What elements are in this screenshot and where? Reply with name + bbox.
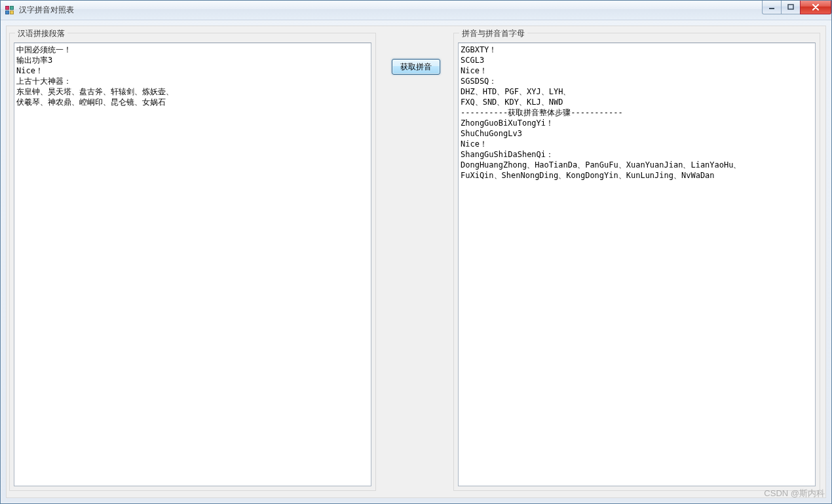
svg-rect-1 bbox=[788, 5, 793, 9]
left-group-label: 汉语拼接段落 bbox=[15, 28, 67, 39]
chinese-input-textarea[interactable] bbox=[14, 43, 371, 486]
window-title: 汉字拼音对照表 bbox=[19, 5, 74, 16]
window-controls bbox=[763, 1, 831, 14]
svg-rect-0 bbox=[769, 8, 774, 9]
app-icon bbox=[5, 5, 15, 16]
titlebar[interactable]: 汉字拼音对照表 bbox=[1, 1, 831, 20]
left-group: 汉语拼接段落 bbox=[9, 33, 376, 491]
get-pinyin-button[interactable]: 获取拼音 bbox=[392, 59, 440, 75]
maximize-button[interactable] bbox=[781, 1, 801, 14]
client-area: 汉语拼接段落 获取拼音 拼音与拼音首字母 bbox=[6, 26, 826, 498]
close-button[interactable] bbox=[800, 1, 831, 14]
right-group: 拼音与拼音首字母 bbox=[453, 33, 820, 491]
app-window: 汉字拼音对照表 汉语拼接段落 获取拼音 拼音与拼音首字母 CSDN @斯内科 bbox=[0, 0, 832, 504]
pinyin-output-textarea[interactable] bbox=[458, 43, 816, 486]
right-group-label: 拼音与拼音首字母 bbox=[459, 28, 527, 39]
minimize-button[interactable] bbox=[762, 1, 782, 14]
